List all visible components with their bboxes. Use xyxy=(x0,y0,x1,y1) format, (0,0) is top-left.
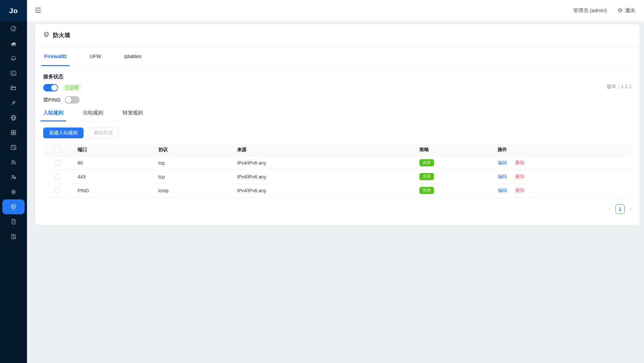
cell-source: IPv4/IPv6 any xyxy=(232,184,414,197)
edit-rule-link[interactable]: 编辑 xyxy=(498,188,507,193)
menu-fold-button[interactable] xyxy=(34,6,42,15)
sidebar-item-apps[interactable] xyxy=(0,125,27,140)
toggle-knob xyxy=(51,85,57,91)
table-row: 443 tcp IPv4/IPv6 any 允许 编辑 删除 xyxy=(43,170,632,184)
sidebar-item-network[interactable] xyxy=(0,110,27,125)
page-number[interactable]: 1 xyxy=(615,204,625,214)
tab-ufw[interactable]: UFW xyxy=(89,47,102,66)
calendar-check-icon xyxy=(10,144,17,151)
pagination: ‹ 1 › xyxy=(43,204,632,214)
cell-protocol: tcp xyxy=(153,156,232,170)
user-switch-icon xyxy=(10,174,17,180)
table-header-row: 端口 协议 来源 策略 操作 xyxy=(43,144,632,156)
cell-source: IPv4/IPv6 any xyxy=(232,156,414,170)
dashboard-gauge-icon xyxy=(10,25,17,32)
sidebar-item-user-switch[interactable] xyxy=(0,170,27,185)
firewall-card: 防火墙 FirewallD UFW iptables 版本：1.1.1 服务状态… xyxy=(35,24,640,225)
row-checkbox[interactable] xyxy=(55,188,60,193)
current-user-label: 管理员 (admin) xyxy=(573,7,607,14)
sidebar-item-tasks[interactable] xyxy=(0,140,27,155)
rule-tabs: 入站规则 出站规则 转发规则 xyxy=(43,109,632,121)
edit-rule-link[interactable]: 编辑 xyxy=(498,174,507,179)
sidebar-item-monitor[interactable] xyxy=(0,36,27,51)
sidebar-item-connections[interactable] xyxy=(0,95,27,110)
sidebar-item-users[interactable] xyxy=(0,155,27,170)
tab-forward-rules[interactable]: 转发规则 xyxy=(123,109,143,121)
service-status-label: 服务状态 xyxy=(43,74,632,80)
cell-protocol: icmp xyxy=(153,184,232,197)
policy-badge: 允许 xyxy=(419,159,434,166)
policy-badge: 允许 xyxy=(419,187,434,194)
header-policy: 策略 xyxy=(414,144,492,156)
cell-port: PING xyxy=(72,184,153,197)
select-all-checkbox[interactable] xyxy=(55,147,60,152)
terminal-icon xyxy=(10,70,17,77)
sidebar: Jo xyxy=(0,0,27,363)
disable-ping-row: 禁PING xyxy=(43,96,632,104)
file-protect-icon xyxy=(10,233,17,240)
disable-ping-label: 禁PING xyxy=(43,97,61,103)
logout-button[interactable]: 退出 xyxy=(617,7,635,14)
tab-iptables[interactable]: iptables xyxy=(123,47,143,66)
card-body: 版本：1.1.1 服务状态 已启用 禁PING 入站规则 出站规则 转发规则 新… xyxy=(35,66,640,214)
new-inbound-rule-button[interactable]: 新建入站规则 xyxy=(43,128,84,138)
tab-inbound-rules[interactable]: 入站规则 xyxy=(43,109,63,121)
header-source: 来源 xyxy=(232,144,414,156)
globe-icon xyxy=(10,114,17,121)
delete-rule-link[interactable]: 删除 xyxy=(515,160,525,165)
edit-rule-link[interactable]: 编辑 xyxy=(498,160,507,165)
sidebar-menu xyxy=(0,21,27,244)
logout-label: 退出 xyxy=(625,7,635,14)
tab-outbound-rules[interactable]: 出站规则 xyxy=(83,109,103,121)
row-checkbox[interactable] xyxy=(55,160,60,166)
gear-icon xyxy=(10,189,17,195)
menu-fold-icon xyxy=(34,6,42,15)
engine-tabs: FirewallD UFW iptables xyxy=(35,47,640,66)
document-icon xyxy=(10,218,17,225)
table-row: 80 tcp IPv4/IPv6 any 允许 编辑 删除 xyxy=(43,156,632,170)
sidebar-item-logs[interactable] xyxy=(0,229,27,244)
cell-port: 443 xyxy=(72,170,153,184)
sidebar-item-terminal[interactable] xyxy=(0,66,27,81)
delete-selected-button[interactable]: 删除所选 xyxy=(88,128,119,138)
sidebar-item-alerts[interactable] xyxy=(0,51,27,66)
version-label: 版本：1.1.1 xyxy=(607,84,632,90)
topbar: 管理员 (admin) 退出 xyxy=(27,0,644,21)
rules-table: 端口 协议 来源 策略 操作 80 tcp IPv4/IPv6 any 允许 编… xyxy=(43,144,632,198)
app-logo: Jo xyxy=(0,0,27,21)
rules-table-body: 80 tcp IPv4/IPv6 any 允许 编辑 删除 443 tcp IP… xyxy=(43,156,632,197)
bell-icon xyxy=(10,55,17,62)
cell-source: IPv4/IPv6 any xyxy=(232,170,414,184)
page-title: 防火墙 xyxy=(53,31,70,39)
service-status-value: 已启用 xyxy=(63,84,81,92)
prev-page-icon[interactable]: ‹ xyxy=(609,206,611,212)
header-protocol: 协议 xyxy=(153,144,232,156)
delete-rule-link[interactable]: 删除 xyxy=(515,188,525,193)
sidebar-item-documents[interactable] xyxy=(0,214,27,229)
delete-rule-link[interactable]: 删除 xyxy=(515,174,525,179)
sidebar-item-settings[interactable] xyxy=(0,185,27,199)
sidebar-item-firewall[interactable] xyxy=(2,199,25,214)
sidebar-item-files[interactable] xyxy=(0,81,27,95)
tab-firewalld[interactable]: FirewallD xyxy=(43,47,68,66)
topbar-right: 管理员 (admin) 退出 xyxy=(573,7,635,14)
monitor-chart-icon xyxy=(10,40,17,47)
shield-check-icon xyxy=(43,31,50,39)
user-group-icon xyxy=(10,159,17,166)
table-row: PING icmp IPv4/IPv6 any 允许 编辑 删除 xyxy=(43,184,632,197)
sidebar-item-dashboard[interactable] xyxy=(0,21,27,36)
service-status-row: 已启用 xyxy=(43,84,632,92)
logout-icon xyxy=(617,7,623,14)
apps-grid-icon xyxy=(10,129,17,136)
disable-ping-toggle[interactable] xyxy=(65,96,80,104)
service-status-toggle[interactable] xyxy=(43,84,58,91)
row-checkbox[interactable] xyxy=(55,174,60,179)
table-actions-row: 新建入站规则 删除所选 xyxy=(43,128,632,138)
plug-icon xyxy=(10,100,17,106)
next-page-icon[interactable]: › xyxy=(630,206,632,212)
toggle-knob xyxy=(65,97,71,103)
cell-protocol: tcp xyxy=(153,170,232,184)
folder-icon xyxy=(10,85,17,91)
main-content: 防火墙 FirewallD UFW iptables 版本：1.1.1 服务状态… xyxy=(27,21,644,363)
card-header: 防火墙 xyxy=(35,24,640,47)
